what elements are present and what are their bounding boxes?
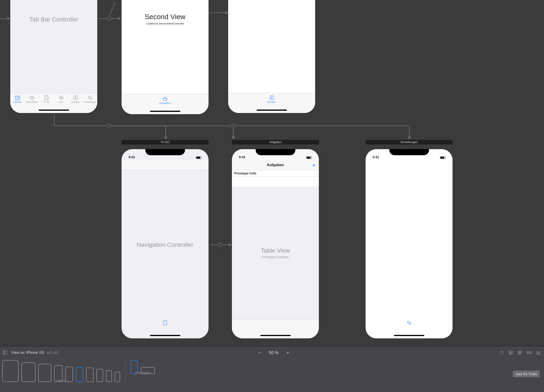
battery-icon	[306, 156, 312, 159]
zoom-controls: − 50 % +	[257, 349, 291, 356]
status-time: 9:41	[239, 155, 245, 159]
tab-bar-controller-title: Tab Bar Controller	[10, 16, 97, 23]
segue-node[interactable]	[107, 124, 112, 128]
svg-text:€: €	[75, 96, 76, 99]
euro-icon: €	[269, 95, 275, 100]
tab-kalender[interactable]: 15 Kalender	[10, 93, 25, 108]
pin-icon[interactable]	[527, 350, 532, 355]
svg-text:15: 15	[17, 98, 19, 100]
orientation-group-label: Orientation	[135, 371, 150, 375]
zoom-out-button[interactable]: −	[257, 349, 262, 356]
svg-line-5	[109, 2, 115, 16]
svg-point-13	[61, 97, 63, 99]
svg-rect-9	[45, 96, 48, 100]
home-indicator	[150, 111, 180, 112]
device-iphone-xr[interactable]	[65, 367, 73, 382]
home-indicator	[150, 335, 180, 336]
align-icon[interactable]	[517, 350, 523, 355]
device-ipad[interactable]	[38, 364, 51, 382]
document-outline-toggle[interactable]	[3, 351, 7, 354]
tab-todo[interactable]	[122, 318, 208, 334]
svg-point-21	[407, 321, 410, 323]
update-frames-icon[interactable]	[499, 350, 504, 355]
tab-label: Einstellungen	[84, 101, 96, 103]
nav-bar: Aufgaben +	[232, 160, 319, 170]
table-view-title: Table View	[232, 247, 319, 254]
basket-icon	[162, 96, 168, 101]
checklist-icon	[162, 320, 168, 325]
segue-node[interactable]	[231, 124, 235, 128]
device-group-label: Device	[57, 379, 66, 382]
zoom-in-button[interactable]: +	[285, 349, 291, 356]
second-view-title: Second View	[122, 13, 208, 21]
svg-point-17	[90, 98, 92, 99]
tab-einstellungen[interactable]: Einstellungen	[83, 93, 97, 108]
chat-icon	[58, 95, 64, 100]
resolve-issues-icon[interactable]	[536, 350, 541, 355]
trait-bar: View as: iPhone XS (wC hR) − 50 % +	[0, 346, 544, 392]
scene-aufgaben[interactable]: 9:41 Aufgaben + Prototype Cells Table Vi…	[232, 149, 319, 338]
svg-point-22	[409, 323, 411, 325]
device-ipad-pro-11[interactable]	[21, 362, 35, 382]
scene-header-aufgaben[interactable]: Aufgaben	[232, 140, 319, 144]
table-view-subtitle: Prototype Content	[232, 255, 319, 259]
scene-header-todo[interactable]: TO DO	[122, 140, 208, 144]
scene-header-einstellungen[interactable]: Einstellungen	[366, 140, 453, 144]
tab-einstellungen[interactable]	[366, 318, 453, 334]
vary-for-traits-button[interactable]: Vary for Traits	[513, 371, 540, 377]
device-ipad-pro-12[interactable]	[2, 360, 19, 382]
gears-icon	[87, 95, 93, 100]
tab-einkaufsliste[interactable]: Einkaufsliste	[122, 94, 208, 110]
battery-icon	[196, 156, 201, 159]
tab-label: Schulden	[267, 101, 276, 103]
device-iphone-8[interactable]	[96, 369, 103, 382]
add-button[interactable]: +	[312, 162, 316, 168]
tab-label: Einkaufsliste	[159, 102, 171, 104]
home-indicator	[257, 110, 287, 111]
tab-label: Schulden	[71, 101, 80, 103]
tab-label: Chat	[59, 101, 63, 103]
notch	[389, 149, 429, 155]
segue-node[interactable]	[218, 242, 222, 247]
scene-second-view[interactable]: Second View Loaded by SecondViewControll…	[122, 0, 208, 114]
svg-rect-26	[518, 353, 520, 354]
zoom-value: 50 %	[269, 350, 278, 355]
embed-in-icon[interactable]	[508, 350, 513, 355]
orientation-picker: Orientation	[131, 359, 155, 374]
home-indicator	[39, 110, 69, 111]
device-iphone-xs[interactable]	[76, 367, 83, 382]
svg-rect-29	[528, 352, 530, 354]
scene-schulden-view[interactable]: € Schulden	[228, 0, 315, 113]
tab-schulden[interactable]: € Schulden	[228, 93, 315, 108]
tab-schulden[interactable]: € Schulden	[68, 93, 83, 108]
nav-bar	[122, 160, 208, 170]
tab-chat[interactable]: Chat	[54, 93, 68, 108]
svg-point-12	[59, 96, 62, 99]
device-iphone-se[interactable]	[106, 370, 112, 382]
svg-point-16	[88, 96, 90, 98]
status-time: 9:41	[129, 155, 135, 159]
prototype-cell[interactable]	[232, 177, 319, 187]
calendar-icon: 15	[14, 95, 21, 100]
scene-navigation-controller[interactable]: 9:41 Navigation Controller	[122, 149, 208, 338]
view-as-label: View as: iPhone XS (wC hR)	[11, 351, 58, 355]
tab-label: Kalender	[13, 101, 22, 103]
device-iphone-4s[interactable]	[115, 372, 120, 382]
svg-text:€: €	[271, 96, 272, 99]
checklist-icon	[43, 95, 49, 100]
tab-todo[interactable]: TO DO	[39, 93, 54, 108]
tab-einkaufsliste[interactable]: Einkaufsliste	[25, 93, 39, 108]
gears-icon	[406, 320, 412, 325]
status-time: 9:41	[373, 155, 379, 159]
scene-tab-bar-controller[interactable]: Tab Bar Controller 15 Kalender Einkaufsl…	[10, 0, 97, 113]
home-indicator	[260, 335, 291, 336]
basket-icon	[29, 95, 35, 100]
battery-icon	[440, 156, 446, 159]
tab-label: Einkaufsliste	[26, 101, 38, 103]
svg-rect-25	[518, 351, 522, 352]
device-picker: Device	[2, 359, 120, 382]
scene-einstellungen[interactable]: 9:41	[366, 149, 453, 338]
device-iphone-8-plus[interactable]	[86, 368, 94, 382]
second-view-subtitle: Loaded by SecondViewController	[122, 22, 208, 25]
segue-node[interactable]	[107, 16, 112, 21]
